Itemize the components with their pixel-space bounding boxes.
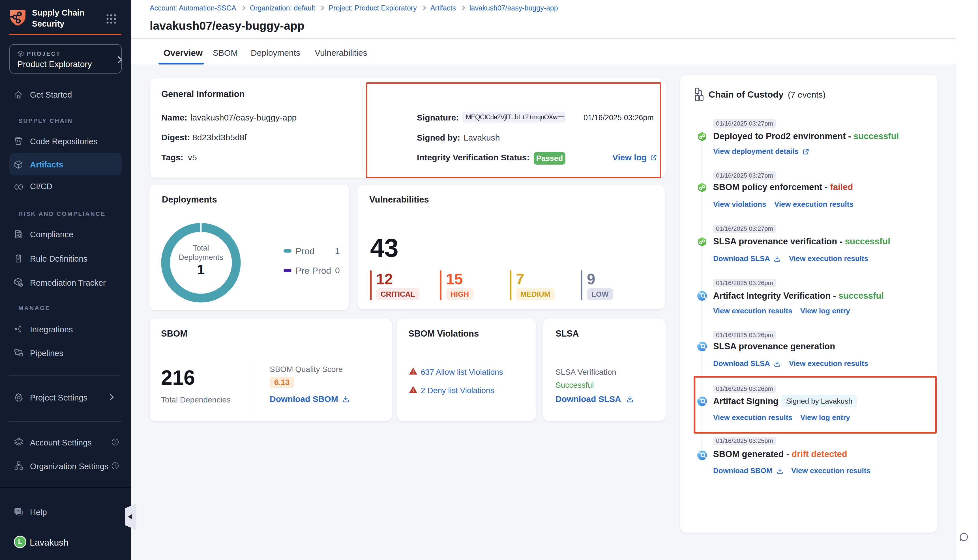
svg-text:?: ? — [17, 509, 19, 513]
